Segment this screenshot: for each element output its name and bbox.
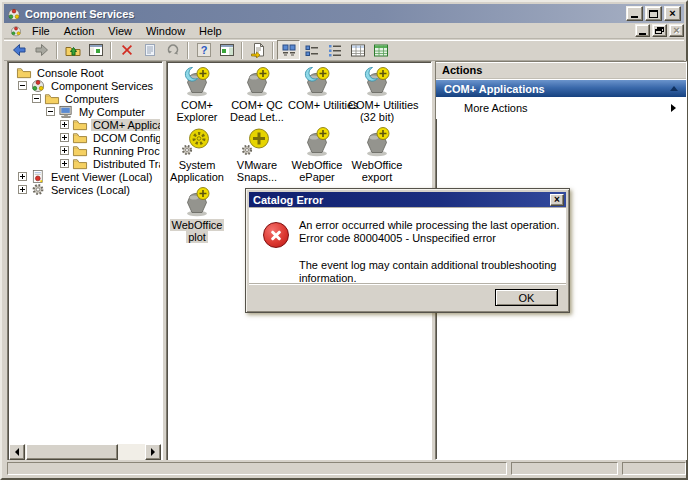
menu-file[interactable]: File: [25, 24, 57, 38]
minimize-button[interactable]: [626, 6, 643, 21]
tree-item-label-selected: COM+ Applications: [91, 119, 160, 131]
expand-icon[interactable]: [60, 120, 69, 129]
mdi-minimize-button[interactable]: [635, 24, 650, 37]
tree-item-component-services[interactable]: Component Services: [10, 79, 160, 92]
status-view-icon: [373, 43, 389, 58]
status-view-button[interactable]: [369, 40, 392, 60]
dialog-title: Catalog Error: [253, 194, 550, 206]
forward-button[interactable]: [30, 40, 53, 60]
export-list-button[interactable]: [246, 40, 269, 60]
help-icon: ?: [196, 42, 212, 58]
scroll-right-button[interactable]: [145, 444, 161, 460]
status-bar: [4, 460, 684, 476]
app-item-vmware-snaps[interactable]: VMwareSnaps...: [228, 125, 286, 183]
app-label: export: [348, 171, 406, 183]
collapse-icon[interactable]: [32, 94, 41, 103]
expand-icon[interactable]: [60, 133, 69, 142]
tree-item-distributed-transaction[interactable]: Distributed Transac: [10, 157, 160, 170]
close-button[interactable]: ×: [664, 6, 681, 21]
scroll-left-button[interactable]: [9, 444, 25, 460]
scrollbar-thumb[interactable]: [26, 444, 118, 460]
app-label-selected: plot: [186, 231, 208, 243]
tree-item-my-computer[interactable]: My Computer: [10, 105, 160, 118]
actions-group-bar[interactable]: COM+ Applications: [436, 79, 686, 97]
properties-button[interactable]: [138, 40, 161, 60]
mdi-restore-button[interactable]: [652, 24, 667, 37]
show-console-tree-button[interactable]: [84, 40, 107, 60]
collapse-icon[interactable]: [18, 81, 27, 90]
expand-icon[interactable]: [60, 159, 69, 168]
tree-item-running-processes[interactable]: Running Processes: [10, 144, 160, 157]
dialog-footer: OK: [249, 283, 566, 310]
event-viewer-icon: [30, 170, 46, 183]
delete-button[interactable]: [115, 40, 138, 60]
tree-item-services[interactable]: Services (Local): [10, 183, 160, 196]
tree-item-dcom-config[interactable]: DCOM Config: [10, 131, 160, 144]
menu-window[interactable]: Window: [139, 24, 192, 38]
details-view-button[interactable]: [346, 40, 369, 60]
collapse-chevron-icon[interactable]: [670, 82, 678, 91]
menu-action[interactable]: Action: [57, 24, 102, 38]
list-view-button[interactable]: [323, 40, 346, 60]
component-services-window: Component Services × File Action View Wi…: [0, 0, 688, 480]
scrollbar-track[interactable]: [118, 444, 145, 460]
app-label-selected: WebOffice: [170, 219, 225, 231]
expand-icon[interactable]: [18, 172, 27, 181]
app-item-weboffice-epaper[interactable]: WebOfficeePaper: [288, 125, 346, 183]
help-button[interactable]: ?: [192, 40, 215, 60]
dialog-close-button[interactable]: ×: [550, 194, 564, 206]
details-view-icon: [350, 43, 366, 58]
app-item-com-utilities[interactable]: COM+ Utilities: [288, 65, 346, 111]
tree-item-event-viewer[interactable]: Event Viewer (Local): [10, 170, 160, 183]
com-app-icon: [360, 125, 394, 157]
app-item-com-explorer[interactable]: COM+Explorer: [168, 65, 226, 123]
back-button[interactable]: [7, 40, 30, 60]
up-one-level-button[interactable]: [61, 40, 84, 60]
folder-icon: [44, 92, 60, 105]
tree-item-label: Component Services: [49, 80, 155, 92]
toolbar-separator: [56, 42, 58, 59]
delete-icon: [119, 42, 135, 58]
folder-icon: [72, 144, 88, 157]
app-item-system-application[interactable]: SystemApplication: [168, 125, 226, 183]
com-app-icon: [180, 65, 214, 97]
scroll-right-icon: [151, 448, 159, 456]
ok-button[interactable]: OK: [495, 289, 558, 306]
tree-item-label: Services (Local): [49, 184, 132, 196]
actions-header: Actions: [436, 62, 686, 79]
tree-item-computers[interactable]: Computers: [10, 92, 160, 105]
more-actions-item[interactable]: More Actions: [436, 97, 686, 119]
mdi-close-button[interactable]: ×: [669, 24, 684, 37]
collapse-icon[interactable]: [46, 107, 55, 116]
app-label: Application: [168, 171, 226, 183]
large-icons-view-button[interactable]: [277, 40, 300, 60]
app-label: WebOffice: [288, 159, 346, 171]
app-item-weboffice-export[interactable]: WebOfficeexport: [348, 125, 406, 183]
refresh-button[interactable]: [161, 40, 184, 60]
menu-view[interactable]: View: [101, 24, 139, 38]
action-pane-window-icon: [219, 42, 235, 58]
folder-icon: [72, 118, 88, 131]
com-app-icon: [300, 65, 334, 97]
menu-help[interactable]: Help: [192, 24, 229, 38]
component-services-icon: [30, 79, 46, 92]
dialog-titlebar[interactable]: Catalog Error ×: [249, 192, 566, 207]
app-item-com-qc-dead-letter[interactable]: COM+ QCDead Let...: [228, 65, 286, 123]
tree-item-console-root[interactable]: Console Root: [10, 66, 160, 79]
app-icon: [7, 7, 21, 21]
expand-icon[interactable]: [18, 185, 27, 194]
app-label: (32 bit): [348, 111, 406, 123]
up-one-level-icon: [65, 42, 81, 58]
tree-item-com-applications[interactable]: COM+ Applications: [10, 118, 160, 131]
maximize-button[interactable]: [645, 6, 662, 21]
show-action-pane-button[interactable]: [215, 40, 238, 60]
app-item-com-utilities-32[interactable]: COM+ Utilities(32 bit): [348, 65, 406, 123]
app-item-weboffice-plot-selected[interactable]: WebOfficeplot: [168, 185, 226, 243]
large-icons-view-icon: [281, 43, 297, 58]
console-tree-pane: Console Root Component Services Computer…: [7, 61, 163, 462]
horizontal-scrollbar[interactable]: [9, 444, 161, 460]
app-label: COM+ Utilities: [348, 99, 406, 111]
window-titlebar[interactable]: Component Services ×: [4, 4, 684, 23]
small-icons-view-button[interactable]: [300, 40, 323, 60]
expand-icon[interactable]: [60, 146, 69, 155]
